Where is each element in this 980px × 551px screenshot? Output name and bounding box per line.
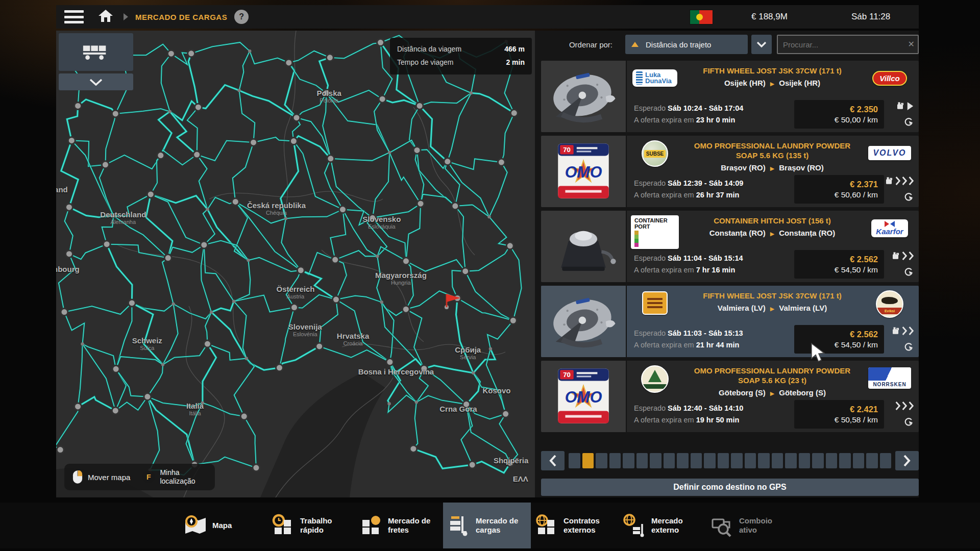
cargo-flags: [889, 250, 914, 279]
tab-map[interactable]: Mapa: [180, 503, 267, 548]
sort-dropdown[interactable]: Distância do trajeto: [625, 35, 748, 54]
page-segment[interactable]: [785, 453, 797, 468]
home-icon[interactable]: [98, 9, 113, 24]
cargo-offer-card[interactable]: CONTAINER PORT CONTAINER HITCH JOST (156…: [541, 211, 919, 282]
tab-quick-job[interactable]: Trabalho rápido: [267, 503, 355, 548]
page-segment[interactable]: [812, 453, 824, 468]
svg-text:70: 70: [563, 146, 571, 154]
search-input[interactable]: [777, 35, 919, 54]
recipient-logo: VOLVO: [865, 140, 915, 166]
page-segment[interactable]: [636, 453, 648, 468]
page-segment[interactable]: [718, 453, 729, 468]
route-arrow-icon: ▶: [770, 231, 774, 237]
cargo-offer-card[interactable]: 70 OMO SUBSE: [541, 136, 919, 207]
page-segment[interactable]: [582, 453, 594, 468]
heavy-cargo-icon: [884, 176, 894, 186]
urgency-chevron-icon: [895, 176, 900, 186]
page-segment[interactable]: [609, 453, 621, 468]
cargo-image-omo-pack: 70 OMO: [541, 361, 627, 432]
cargo-route: Osijek (HR)▶Osijek (HR): [680, 79, 865, 87]
cargo-offer-card[interactable]: FIFTH WHEEL JOST JSK 37CW (171 t) Valmie…: [541, 286, 919, 357]
globe-grid-icon: [535, 514, 558, 537]
price-per-km: € 54,50 / km: [794, 340, 878, 349]
help-button[interactable]: ?: [234, 10, 249, 24]
player-money: € 188,9M: [751, 5, 788, 29]
country-flag: [690, 5, 713, 29]
page-segment[interactable]: [866, 453, 878, 468]
tab-cargo-market[interactable]: Mercado de cargas: [443, 503, 531, 548]
sort-ascending-icon: [631, 42, 639, 47]
price-box: € 2.562 € 54,50 / km: [794, 250, 884, 279]
cargo-offer-card[interactable]: Luka DunaVia FIFTH WHEEL JOST JSK 37CW (…: [541, 61, 919, 132]
page-segment[interactable]: [799, 453, 811, 468]
page-segment[interactable]: [569, 453, 580, 468]
menu-icon[interactable]: [64, 10, 84, 23]
main-panel: andxembourgDeutschlandAlemanhaPolskaPoló…: [56, 31, 919, 497]
chevron-down-icon: [89, 79, 103, 86]
my-location-hint: Minha localização: [160, 468, 207, 486]
set-gps-destination-button[interactable]: Definir como destino no GPS: [541, 479, 919, 496]
urgency-chevron-icon: [902, 251, 907, 261]
price-per-km: € 50,00 / km: [794, 115, 878, 124]
clear-search-icon[interactable]: ✕: [908, 39, 915, 49]
cargo-flags: [889, 175, 914, 204]
page-segment[interactable]: [772, 453, 783, 468]
sender-logo: CONTAINER PORT: [630, 215, 680, 249]
europe-map[interactable]: andxembourgDeutschlandAlemanhaPolskaPoló…: [56, 31, 535, 497]
sort-dropdown-expand-button[interactable]: [751, 35, 772, 54]
cargo-offer-list: Luka DunaVia FIFTH WHEEL JOST JSK 37CW (…: [541, 61, 919, 436]
mouse-icon: [72, 470, 83, 484]
page-segment[interactable]: [664, 453, 675, 468]
offer-details: Esperado Sáb 12:39 - Sáb 14:09 A oferta …: [634, 178, 789, 201]
map-vehicle-browser-button[interactable]: [59, 33, 133, 71]
offer-details: Esperado Sáb 11:03 - Sáb 15:13 A oferta …: [634, 328, 789, 351]
cargo-offer-card[interactable]: 70 OMO: [541, 361, 919, 432]
page-segment[interactable]: [839, 453, 851, 468]
return-trip-icon: [903, 342, 914, 353]
chevron-left-icon: [549, 455, 557, 467]
page-segment[interactable]: [650, 453, 662, 468]
previous-page-button[interactable]: [541, 451, 565, 470]
cargo-image-fifth-wheel: [541, 61, 627, 132]
blue-stripe-icon: [868, 367, 911, 381]
next-page-button[interactable]: [895, 451, 919, 470]
cargo-flags: [889, 100, 914, 129]
urgency-chevron-icon: [895, 401, 900, 411]
page-segment[interactable]: [704, 453, 716, 468]
cargo-title: CONTAINER HITCH JOST (156 t): [685, 216, 859, 226]
page-segment[interactable]: [853, 453, 865, 468]
urgency-chevron-icon: [909, 401, 914, 411]
heavy-cargo-icon: [891, 251, 900, 261]
trip-info-box: Distância da viagem466 m Tempo de viagem…: [390, 38, 532, 74]
tab-external-contracts[interactable]: Contratos externos: [531, 503, 619, 548]
page-segment[interactable]: [758, 453, 770, 468]
cargo-image-container-hitch: [541, 211, 627, 282]
page-segment[interactable]: [826, 453, 838, 468]
bottom-navigation: Mapa Trabalho rápido Mercado de fretes: [0, 503, 980, 548]
my-location-key: F: [142, 471, 155, 483]
sender-logo: SUBSE: [630, 140, 680, 167]
svg-text:OMO: OMO: [565, 163, 602, 181]
heavy-cargo-icon: [891, 326, 900, 336]
tab-external-market[interactable]: Mercado externo: [619, 503, 706, 548]
page-segment[interactable]: [745, 453, 756, 468]
page-segment[interactable]: [596, 453, 607, 468]
page-segment[interactable]: [623, 453, 634, 468]
offer-price: € 2.421: [794, 405, 878, 414]
price-box: € 2.350 € 50,00 / km: [794, 100, 884, 129]
offer-details: Esperado Sáb 10:24 - Sáb 17:04 A oferta …: [634, 103, 789, 126]
tab-freight-market[interactable]: Mercado de fretes: [355, 503, 443, 548]
cargo-title: OMO PROFESSIONAL LAUNDRY POWDER SOAP 5.6…: [685, 366, 859, 386]
pine-tree-badge: [641, 365, 669, 393]
freight-grid-icon: [359, 514, 383, 537]
page-segment[interactable]: [691, 453, 702, 468]
page-segment[interactable]: [880, 453, 892, 468]
clock-grid-icon: [272, 514, 295, 537]
svg-text:70: 70: [563, 371, 571, 379]
page-segment[interactable]: [677, 453, 689, 468]
yellow-warehouse-badge: [642, 291, 668, 315]
cargo-title: FIFTH WHEEL JOST JSK 37CW (171 t): [685, 291, 859, 301]
route-arrow-icon: ▶: [770, 81, 774, 87]
page-segment[interactable]: [731, 453, 743, 468]
map-panel-collapse-button[interactable]: [59, 73, 133, 90]
